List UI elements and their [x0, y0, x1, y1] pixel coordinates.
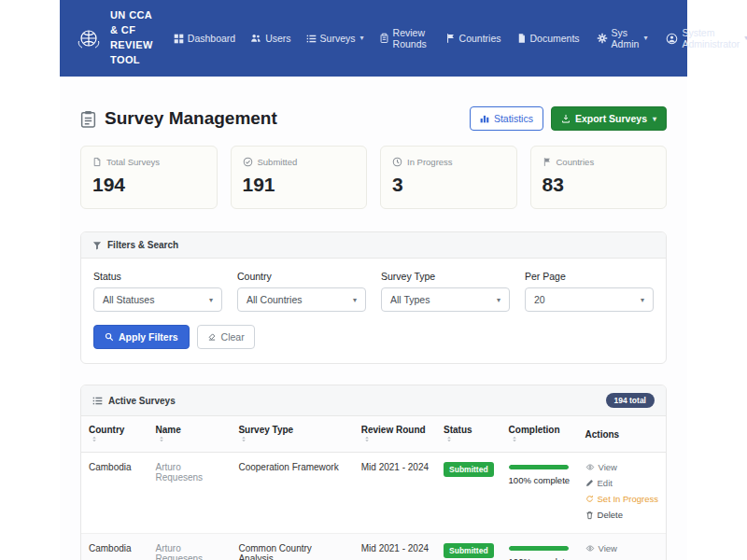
nav-users[interactable]: Users [248, 30, 292, 47]
refresh-icon [585, 495, 594, 503]
person-circle-icon [666, 33, 678, 45]
nav-account-menu[interactable]: System Administrator ▾ [664, 24, 747, 52]
sort-icon [91, 435, 98, 443]
document-icon [516, 33, 527, 44]
top-navbar: UN CCA & CF REVIEW TOOL Dashboard [60, 0, 687, 77]
cell-completion: 100% complete [501, 534, 578, 560]
completion-text: 100% complete [509, 556, 571, 560]
view-action[interactable]: View [585, 462, 658, 472]
apply-filters-button[interactable]: Apply Filters [93, 325, 190, 349]
nav-countries[interactable]: Countries [444, 30, 503, 47]
trash-icon [585, 511, 594, 520]
list-icon [306, 34, 317, 44]
cell-survey-type: Cooperation Framework [231, 453, 353, 534]
filters-panel: Filters & Search Status All Statuses ▾ C… [80, 231, 667, 364]
export-surveys-button[interactable]: Export Surveys ▾ [551, 106, 667, 131]
sort-icon [240, 435, 247, 443]
flag-icon [543, 157, 552, 167]
eye-icon [585, 544, 595, 553]
filter-survey-type: Survey Type All Types ▾ [381, 271, 510, 312]
pencil-icon [585, 479, 594, 487]
progress-bar [509, 546, 569, 551]
per-page-select[interactable]: 20 ▾ [525, 287, 654, 312]
clipboard-list-icon [80, 110, 96, 128]
brand[interactable]: UN CCA & CF REVIEW TOOL [75, 8, 153, 68]
survey-type-select[interactable]: All Types ▾ [381, 287, 510, 312]
nav-right: Sys Admin ▾ System Administrator ▾ [595, 24, 747, 52]
edit-action[interactable]: Edit [585, 478, 658, 488]
un-logo-icon [75, 24, 103, 52]
col-completion[interactable]: Completion [501, 416, 578, 453]
bar-chart-icon [480, 114, 489, 123]
brand-text: UN CCA & CF REVIEW TOOL [110, 8, 153, 68]
nav-items: Dashboard Users [172, 24, 582, 52]
chevron-down-icon: ▾ [209, 296, 213, 304]
status-badge: Submitted [444, 543, 494, 558]
total-count-badge: 194 total [606, 393, 655, 408]
eraser-icon [207, 332, 217, 342]
col-actions: Actions [578, 416, 666, 453]
sort-icon [445, 435, 453, 443]
app-window: UN CCA & CF REVIEW TOOL Dashboard [60, 0, 687, 560]
cell-actions: View Edit Set In Progress Delete [578, 534, 666, 560]
country-select[interactable]: All Countries ▾ [237, 287, 366, 312]
stat-value: 194 [92, 174, 205, 196]
filters-panel-header: Filters & Search [81, 232, 666, 259]
stat-value: 83 [543, 174, 655, 196]
download-icon [561, 114, 571, 123]
col-country[interactable]: Country [81, 416, 148, 453]
col-review-round[interactable]: Review Round [354, 416, 436, 453]
cell-country: Cambodia [81, 534, 148, 560]
page-header: Survey Management Statistics [80, 106, 667, 131]
chevron-down-icon: ▾ [353, 296, 357, 304]
sort-icon [363, 435, 371, 443]
status-select[interactable]: All Statuses ▾ [93, 287, 222, 312]
chevron-down-icon: ▾ [641, 296, 644, 304]
progress-bar [509, 465, 569, 469]
surveys-table: Country Name Survey Type Review Round St… [81, 416, 666, 560]
nav-review-rounds[interactable]: Review Rounds [377, 24, 432, 52]
chevron-down-icon: ▾ [653, 115, 656, 123]
col-name[interactable]: Name [148, 416, 232, 453]
filter-country: Country All Countries ▾ [237, 271, 366, 312]
cell-name: Arturo Requesens [148, 534, 232, 560]
stat-value: 3 [392, 174, 505, 196]
header-buttons: Statistics Export Surveys ▾ [470, 106, 667, 131]
table-row: Cambodia Arturo Requesens Common Country… [81, 534, 666, 560]
main-content: Survey Management Statistics [60, 106, 687, 560]
clear-filters-button[interactable]: Clear [197, 325, 255, 349]
chevron-down-icon: ▾ [360, 34, 364, 42]
filter-per-page: Per Page 20 ▾ [525, 271, 654, 312]
cell-name: Arturo Requesens [148, 453, 232, 534]
sort-icon [511, 435, 518, 443]
cell-survey-type: Common Country Analysis [231, 534, 353, 560]
cell-review-round: Mid 2021 - 2024 [354, 534, 436, 560]
statistics-button[interactable]: Statistics [470, 106, 543, 131]
table-row: Cambodia Arturo Requesens Cooperation Fr… [81, 453, 666, 534]
col-status[interactable]: Status [436, 416, 501, 453]
file-icon [92, 157, 102, 167]
dashboard-icon [174, 34, 184, 44]
active-surveys-header: Active Surveys 194 total [81, 385, 666, 416]
stat-cards: Total Surveys 194 Submitted 191 [80, 146, 667, 209]
filter-status: Status All Statuses ▾ [93, 271, 222, 312]
stat-countries: Countries 83 [530, 146, 668, 209]
stat-submitted: Submitted 191 [231, 146, 368, 209]
stat-in-progress: In Progress 3 [380, 146, 517, 209]
view-action[interactable]: View [585, 543, 658, 553]
flag-icon [445, 33, 456, 44]
stat-value: 191 [243, 174, 356, 196]
delete-action[interactable]: Delete [585, 510, 658, 520]
gear-icon [597, 33, 608, 44]
search-icon [105, 332, 114, 342]
set-in-progress-action[interactable]: Set In Progress [585, 494, 658, 504]
nav-surveys[interactable]: Surveys ▾ [304, 30, 366, 47]
nav-sys-admin[interactable]: Sys Admin ▾ [595, 24, 650, 52]
table-header-row: Country Name Survey Type Review Round St… [81, 416, 666, 453]
nav-dashboard[interactable]: Dashboard [172, 30, 237, 47]
stat-total-surveys: Total Surveys 194 [80, 146, 218, 209]
nav-documents[interactable]: Documents [514, 30, 582, 47]
chevron-down-icon: ▾ [497, 296, 500, 304]
col-survey-type[interactable]: Survey Type [231, 416, 353, 453]
status-badge: Submitted [444, 462, 494, 477]
